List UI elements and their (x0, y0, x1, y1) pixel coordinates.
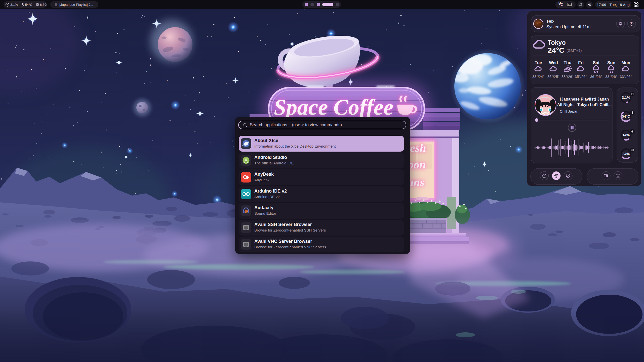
svg-text:24°C: 24°C (548, 46, 565, 54)
svg-text:All Night - Tokyo LoFi Chill..: All Night - Tokyo LoFi Chill... (557, 103, 612, 107)
svg-text:seb: seb (546, 19, 554, 24)
svg-text:esh: esh (410, 142, 426, 154)
svg-text:Wed: Wed (549, 60, 558, 65)
svg-text:System Uptime: 4h11m: System Uptime: 4h11m (546, 24, 590, 29)
svg-text:33°/26°: 33°/26° (605, 75, 617, 79)
svg-text:Sat: Sat (593, 60, 600, 65)
svg-text:3.1%: 3.1% (622, 96, 630, 100)
svg-text:Space Coffee: Space Coffee (274, 95, 393, 119)
svg-text:33°/26°: 33°/26° (561, 75, 574, 79)
svg-text:33°/26°: 33°/26° (620, 75, 632, 79)
svg-text:Tokyo: Tokyo (548, 39, 566, 46)
svg-text:Chill Japan.: Chill Japan. (560, 109, 579, 113)
svg-text:Thu: Thu (564, 60, 571, 65)
svg-text:(GMT+9): (GMT+9) (567, 48, 582, 53)
svg-text:Fri: Fri (578, 60, 584, 65)
svg-text:Sun: Sun (607, 60, 615, 65)
svg-text:Mon: Mon (622, 60, 630, 65)
svg-text:[Japanese Playlist] Japan: [Japanese Playlist] Japan (560, 97, 609, 101)
svg-text:oon: oon (408, 158, 426, 171)
svg-text:35°/26°: 35°/26° (575, 75, 587, 79)
svg-text:14%: 14% (622, 133, 630, 137)
svg-text:ans: ans (408, 176, 424, 189)
svg-text:33°/24°: 33°/24° (532, 75, 544, 79)
svg-text:36°/26°: 36°/26° (590, 75, 602, 79)
svg-text:35°/25°: 35°/25° (547, 75, 559, 79)
svg-text:24%: 24% (622, 152, 630, 156)
svg-text:54°C: 54°C (622, 114, 630, 118)
svg-text:Tue: Tue (535, 60, 542, 65)
